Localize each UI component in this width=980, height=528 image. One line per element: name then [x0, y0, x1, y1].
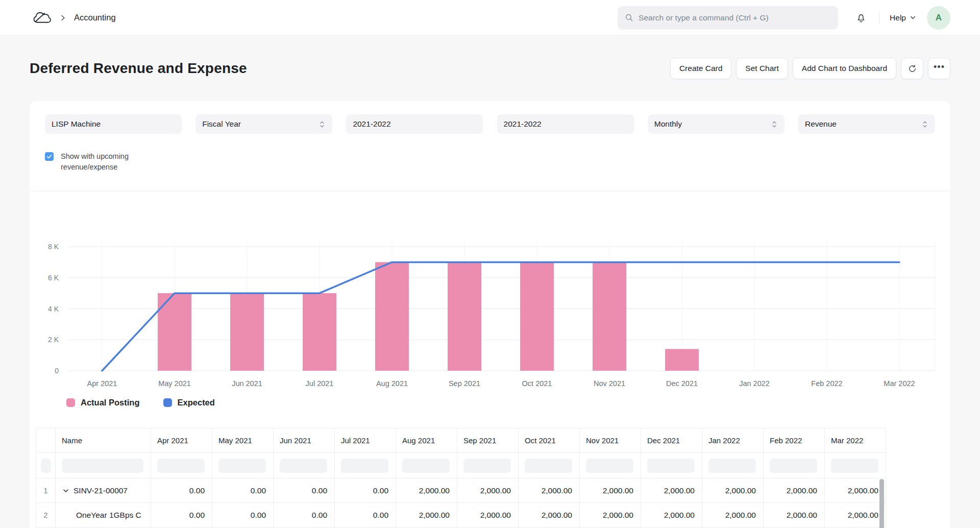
table-header-mar-2022[interactable]: Mar 2022 [825, 428, 886, 453]
row-value-cell: 2,000.00 [457, 503, 519, 527]
column-filter-input[interactable] [280, 459, 327, 473]
create-card-button[interactable]: Create Card [670, 58, 731, 79]
breadcrumb-accounting[interactable]: Accounting [74, 13, 116, 22]
filter-company-input[interactable]: LISP Machine [45, 114, 182, 134]
table-filter-cell [274, 453, 335, 478]
x-axis-tick-label: Feb 2022 [811, 379, 842, 388]
x-axis-tick-label: Aug 2021 [376, 379, 408, 388]
column-filter-input[interactable] [525, 459, 572, 473]
table-filter-cell [396, 453, 457, 478]
global-search-input[interactable] [639, 13, 831, 22]
column-filter-input[interactable] [586, 459, 633, 473]
row-value-cell: 0.00 [212, 478, 274, 503]
row-name-cell[interactable]: OneYear 1GBps C [56, 503, 151, 527]
column-filter-input[interactable] [41, 459, 51, 473]
legend-label: Expected [178, 398, 215, 407]
row-value-cell: 0.00 [274, 478, 335, 503]
row-value-cell: 0.00 [274, 503, 335, 527]
table-filter-cell [212, 453, 274, 478]
column-filter-input[interactable] [341, 459, 388, 473]
global-search[interactable] [618, 6, 838, 30]
column-filter-input[interactable] [708, 459, 756, 473]
bar-actual-posting[interactable] [303, 293, 336, 371]
table-filter-cell [151, 453, 212, 478]
breadcrumb-chevron-icon [59, 14, 67, 22]
page-actions: Create Card Set Chart Add Chart to Dashb… [670, 58, 950, 79]
table-header-nov-2021[interactable]: Nov 2021 [580, 428, 641, 453]
table-header-name[interactable]: Name [56, 428, 151, 453]
page-head: Deferred Revenue and Expense Create Card… [0, 36, 980, 101]
app-logo-icon[interactable] [33, 11, 52, 25]
refresh-button[interactable] [901, 58, 923, 79]
row-number: 1 [36, 478, 56, 503]
row-value-cell: 2,000.00 [702, 503, 764, 527]
chevron-down-icon [909, 14, 917, 21]
table-header-jul-2021[interactable]: Jul 2021 [335, 428, 396, 453]
x-axis-tick-label: Jan 2022 [739, 379, 770, 388]
more-options-button[interactable]: ••• [928, 58, 950, 79]
filter-start-fiscal-year-input[interactable]: 2021-2022 [346, 114, 483, 134]
column-filter-input[interactable] [647, 459, 695, 473]
table-filter-row [36, 453, 886, 478]
checkmark-icon [46, 153, 53, 160]
table-filter-cell-rownum [36, 453, 56, 478]
legend-swatch-icon [163, 398, 172, 407]
filter-end-fiscal-year-input[interactable]: 2021-2022 [497, 114, 634, 134]
add-chart-to-dashboard-button[interactable]: Add Chart to Dashboard [793, 58, 896, 79]
row-value-cell: 2,000.00 [519, 478, 580, 503]
set-chart-button[interactable]: Set Chart [736, 58, 788, 79]
select-stepper-icon [318, 120, 326, 129]
row-number: 2 [36, 503, 56, 527]
table-vertical-scrollbar[interactable] [879, 479, 884, 528]
row-name-cell[interactable]: SINV-21-00007 [56, 478, 151, 503]
table-header-oct-2021[interactable]: Oct 2021 [519, 428, 580, 453]
help-menu[interactable]: Help [890, 13, 917, 22]
bar-actual-posting[interactable] [448, 262, 481, 371]
table-header-aug-2021[interactable]: Aug 2021 [396, 428, 457, 453]
table-header-dec-2021[interactable]: Dec 2021 [641, 428, 702, 453]
chart-legend: Actual PostingExpected [66, 398, 950, 407]
line-expected[interactable] [102, 262, 899, 371]
row-expand-chevron-icon[interactable] [62, 487, 70, 495]
column-filter-input[interactable] [463, 459, 511, 473]
filter-periodicity-select[interactable]: Monthly [648, 114, 785, 134]
column-filter-input[interactable] [402, 459, 450, 473]
upcoming-revenue-checkbox[interactable] [45, 152, 54, 161]
row-value-cell: 2,000.00 [396, 503, 457, 527]
upcoming-revenue-checkbox-label: Show with upcoming revenue/expense [61, 151, 138, 173]
table-header-jun-2021[interactable]: Jun 2021 [274, 428, 335, 453]
x-axis-tick-label: Jun 2021 [232, 379, 262, 388]
notifications-bell-icon[interactable] [853, 10, 869, 26]
bar-actual-posting[interactable] [230, 293, 264, 371]
table-header-feb-2022[interactable]: Feb 2022 [764, 428, 825, 453]
table-header-sep-2021[interactable]: Sep 2021 [457, 428, 519, 453]
table-header-jan-2022[interactable]: Jan 2022 [702, 428, 764, 453]
filter-filter-based-on-select[interactable]: Fiscal Year [195, 114, 332, 134]
column-filter-input[interactable] [62, 459, 143, 473]
row-value-cell: 0.00 [151, 503, 212, 527]
filter-type-select[interactable]: Revenue [798, 114, 935, 134]
legend-label: Actual Posting [81, 398, 140, 407]
row-name-text: OneYear 1GBps C [76, 511, 141, 520]
column-filter-input[interactable] [770, 459, 817, 473]
column-filter-input[interactable] [218, 459, 266, 473]
column-filter-input[interactable] [157, 459, 205, 473]
table-filter-cell [519, 453, 580, 478]
y-axis-tick-label: 8 K [48, 243, 59, 251]
table-header-rownum [36, 428, 56, 453]
x-axis-tick-label: Jul 2021 [306, 379, 334, 388]
bar-actual-posting[interactable] [665, 349, 699, 371]
table-header-may-2021[interactable]: May 2021 [212, 428, 274, 453]
filter-type-value: Revenue [805, 119, 837, 129]
y-axis-tick-label: 6 K [48, 274, 59, 282]
table-header-apr-2021[interactable]: Apr 2021 [151, 428, 212, 453]
x-axis-tick-label: Dec 2021 [666, 379, 698, 388]
y-axis-tick-label: 0 [55, 367, 59, 375]
filter-periodicity-value: Monthly [654, 119, 682, 129]
bar-actual-posting[interactable] [520, 262, 554, 371]
bar-actual-posting[interactable] [593, 262, 626, 371]
table-row: 1SINV-21-000070.000.000.000.002,000.002,… [36, 478, 886, 503]
bar-actual-posting[interactable] [375, 262, 409, 371]
column-filter-input[interactable] [831, 459, 878, 473]
user-avatar[interactable]: A [927, 6, 950, 30]
